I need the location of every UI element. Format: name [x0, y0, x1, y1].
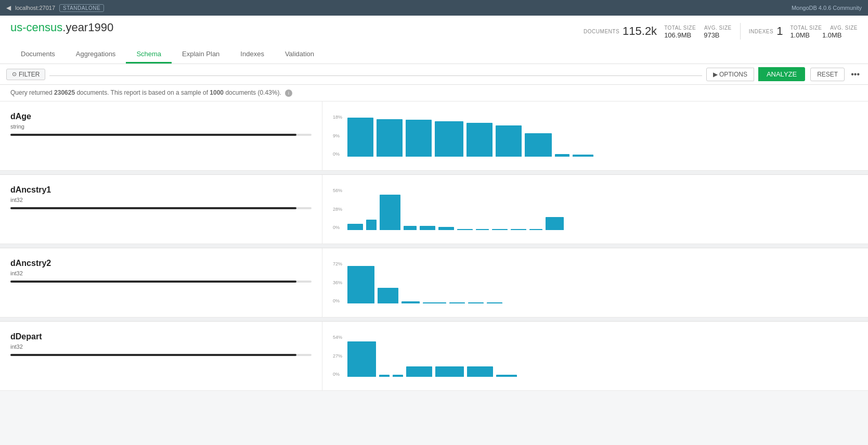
- field-row: dAncstry1int3256%28%0%: [0, 175, 868, 244]
- coll-name: .year1990: [62, 21, 113, 34]
- bar-chart: [347, 115, 858, 157]
- field-bar-fill: [10, 207, 296, 209]
- analyze-label: ANALYZE: [767, 70, 797, 78]
- y-axis-labels: 72%36%0%: [333, 262, 347, 303]
- chart-bar: [449, 302, 465, 303]
- y-axis-labels: 18%9%0%: [333, 115, 347, 157]
- indexes-value: 1: [776, 24, 783, 38]
- tab-documents[interactable]: Documents: [10, 46, 66, 63]
- top-bar: ◀ localhost:27017 STANDALONE MongoDB 4.0…: [0, 0, 868, 16]
- tab-explain[interactable]: Explain Plan: [172, 46, 230, 63]
- info-icon[interactable]: i: [285, 90, 292, 97]
- chart-bar: [435, 121, 463, 157]
- host-label: localhost:27017: [15, 5, 55, 11]
- chart-bar: [366, 220, 377, 230]
- chart-bar: [380, 195, 400, 230]
- chart-bar: [496, 125, 522, 157]
- tab-validation[interactable]: Validation: [275, 46, 325, 63]
- field-name: dDepart: [10, 332, 312, 341]
- chart-bar: [457, 229, 473, 230]
- namespace-title: us-census.year1990: [10, 21, 113, 34]
- field-left-dAge: dAgestring: [0, 101, 322, 170]
- filter-icon: ⊙: [12, 71, 17, 78]
- filter-label: FILTER: [19, 71, 40, 78]
- field-chart-dDepart: 54%27%0%: [322, 322, 868, 390]
- chart-bar: [529, 229, 542, 230]
- chart-bar: [468, 302, 484, 303]
- info-bar: Query returned 230625 documents. This re…: [0, 85, 868, 101]
- info-count: 230625: [54, 89, 75, 96]
- y-axis-labels: 54%27%0%: [333, 335, 347, 377]
- bar-chart: [347, 262, 858, 303]
- info-sample: 1000: [210, 89, 224, 96]
- more-options-button[interactable]: •••: [849, 69, 862, 80]
- field-bar-fill: [10, 134, 296, 136]
- tab-aggregations[interactable]: Aggregations: [66, 46, 126, 63]
- back-icon[interactable]: ◀: [6, 4, 11, 11]
- schema-content: dAgestring18%9%0%dAncstry1int3256%28%0%d…: [0, 101, 868, 391]
- options-button[interactable]: ▶ OPTIONS: [706, 68, 754, 81]
- idx-total-size-value: 1.0MB: [790, 31, 810, 39]
- options-label: ▶ OPTIONS: [713, 71, 747, 78]
- chart-bar: [401, 301, 420, 303]
- idx-total-size-label: TOTAL SIZE: [790, 25, 822, 31]
- filter-bar: ⊙ FILTER ▶ OPTIONS ANALYZE RESET •••: [0, 64, 868, 85]
- field-bar-fill: [10, 281, 296, 283]
- idx-avg-size-value: 1.0MB: [822, 31, 842, 39]
- field-bar-track: [10, 354, 312, 356]
- field-bar-track: [10, 134, 312, 136]
- analyze-button[interactable]: ANALYZE: [758, 67, 805, 81]
- chart-bar: [546, 217, 564, 230]
- chart-bar: [347, 224, 363, 230]
- chart-bar: [435, 366, 464, 377]
- chart-bar: [487, 302, 502, 303]
- chart-bar: [573, 155, 593, 157]
- chart-bar: [555, 154, 569, 157]
- reset-button[interactable]: RESET: [810, 68, 845, 81]
- bar-chart: [347, 335, 858, 377]
- top-bar-left: ◀ localhost:27017 STANDALONE: [6, 4, 104, 12]
- chart-bar: [379, 375, 390, 377]
- chart-bar: [467, 366, 493, 377]
- chart-bar: [406, 120, 432, 157]
- filter-input[interactable]: [49, 72, 702, 76]
- chart-bar: [496, 375, 517, 377]
- field-bar-track: [10, 207, 312, 209]
- chart-bar: [347, 341, 376, 377]
- db-name: us-census: [10, 21, 62, 34]
- tab-indexes[interactable]: Indexes: [230, 46, 275, 63]
- avg-size-value: 973B: [704, 31, 719, 39]
- field-type: string: [10, 123, 312, 130]
- field-left-dAncstry2: dAncstry2int32: [0, 248, 322, 317]
- field-type: int32: [10, 270, 312, 276]
- chart-bar: [406, 366, 432, 377]
- field-row: dAgestring18%9%0%: [0, 101, 868, 171]
- total-size-label: TOTAL SIZE: [664, 25, 696, 31]
- filter-button[interactable]: ⊙ FILTER: [6, 69, 45, 80]
- stats-bar: DOCUMENTS 115.2k TOTAL SIZE AVG. SIZE 10…: [584, 21, 858, 44]
- chart-bar: [467, 123, 493, 157]
- chart-bar: [377, 119, 403, 157]
- info-prefix: Query returned: [10, 89, 54, 96]
- chart-bar: [438, 227, 454, 230]
- field-name: dAncstry1: [10, 185, 312, 195]
- chart-bar: [393, 375, 403, 377]
- chart-bar: [347, 266, 374, 303]
- field-left-dAncstry1: dAncstry1int32: [0, 175, 322, 244]
- field-chart-dAncstry2: 72%36%0%: [322, 248, 868, 317]
- more-icon: •••: [851, 70, 860, 79]
- version-label: MongoDB 4.0.6 Community: [792, 5, 862, 11]
- field-row: dDepartint3254%27%0%: [0, 322, 868, 391]
- chart-bar: [347, 118, 373, 157]
- namespace-header: us-census.year1990 DOCUMENTS 115.2k TOTA…: [0, 16, 868, 64]
- reset-label: RESET: [817, 71, 838, 78]
- index-sub-stats: TOTAL SIZE AVG. SIZE 1.0MB 1.0MB: [790, 23, 858, 39]
- chart-bar: [492, 229, 508, 230]
- indexes-label: INDEXES: [749, 29, 773, 34]
- field-chart-dAncstry1: 56%28%0%: [322, 175, 868, 244]
- docs-sub-stats: TOTAL SIZE AVG. SIZE 106.9MB 973B: [664, 23, 732, 39]
- tab-schema[interactable]: Schema: [126, 46, 172, 63]
- chart-bar: [404, 226, 417, 230]
- y-axis-labels: 56%28%0%: [333, 188, 347, 230]
- field-bar-fill: [10, 354, 296, 356]
